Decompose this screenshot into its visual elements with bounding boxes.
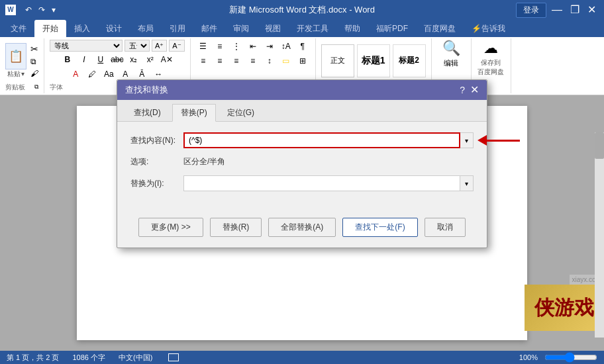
- option-value: 区分全/半角: [183, 156, 225, 167]
- replace-input[interactable]: [183, 175, 460, 191]
- arrow-head: [478, 135, 487, 146]
- replace-all-button[interactable]: 全部替换(A): [268, 218, 336, 237]
- find-dropdown-button[interactable]: ▾: [460, 132, 474, 148]
- arrow-line: [487, 140, 520, 142]
- dialog-titlebar: 查找和替换 ? ✕: [117, 80, 487, 100]
- cancel-button[interactable]: 取消: [425, 218, 466, 237]
- find-replace-dialog: 查找和替换 ? ✕ 查找(D) 替换(P) 定位(G) 查找内容(N): ▾: [117, 79, 487, 248]
- find-input-wrap: ▾: [183, 132, 474, 148]
- dialog-body: 查找内容(N): ▾ 选项: 区分全/半角 替换为(I):: [117, 122, 487, 212]
- dialog-controls: ? ✕: [460, 85, 479, 95]
- dialog-tabs: 查找(D) 替换(P) 定位(G): [117, 100, 487, 122]
- dialog-title: 查找和替换: [125, 84, 168, 96]
- dialog-tab-goto[interactable]: 定位(G): [219, 104, 263, 121]
- replace-dropdown-button[interactable]: ▾: [460, 175, 474, 191]
- dialog-overlay: 查找和替换 ? ✕ 查找(D) 替换(P) 定位(G) 查找内容(N): ▾: [0, 0, 604, 364]
- find-row: 查找内容(N): ▾: [130, 132, 474, 148]
- dialog-tab-replace[interactable]: 替换(P): [172, 104, 216, 122]
- more-button[interactable]: 更多(M) >>: [138, 218, 203, 237]
- replace-label: 替换为(I):: [130, 178, 183, 189]
- option-label: 选项:: [130, 156, 183, 167]
- replace-button[interactable]: 替换(R): [210, 218, 262, 237]
- find-input[interactable]: [183, 132, 460, 148]
- dialog-footer: 更多(M) >> 替换(R) 全部替换(A) 查找下一处(F) 取消: [117, 212, 487, 248]
- red-arrow: [478, 135, 520, 146]
- replace-input-wrap: ▾: [183, 175, 474, 191]
- find-label: 查找内容(N):: [130, 135, 183, 146]
- dialog-help-button[interactable]: ?: [460, 85, 465, 95]
- dialog-close-button[interactable]: ✕: [470, 85, 479, 95]
- replace-row: 替换为(I): ▾: [130, 175, 474, 191]
- dialog-tab-find[interactable]: 查找(D): [125, 104, 170, 121]
- find-next-button[interactable]: 查找下一处(F): [342, 218, 417, 237]
- option-row: 选项: 区分全/半角: [130, 156, 474, 167]
